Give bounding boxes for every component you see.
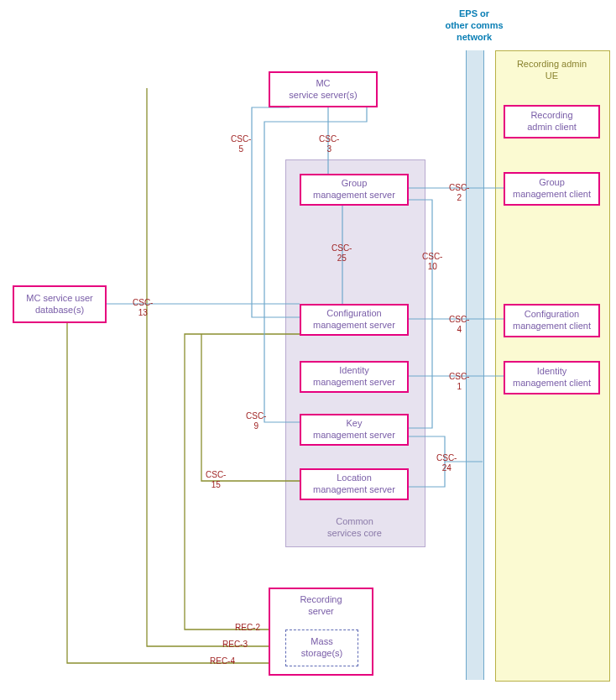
- connector-label-rec4: REC-4: [210, 656, 235, 666]
- location-management-server-node: Locationmanagement server: [300, 468, 409, 500]
- identity-management-server-node: Identitymanagement server: [300, 361, 409, 393]
- connector-label-csc15: CSC-15: [206, 470, 226, 489]
- key-management-server-node: Keymanagement server: [300, 414, 409, 446]
- configuration-management-client-label: Configurationmanagement client: [513, 309, 591, 332]
- mc-service-user-database-label: MC service userdatabase(s): [26, 293, 92, 316]
- group-management-server-label: Groupmanagement server: [313, 178, 395, 201]
- recording-admin-client-label: Recordingadmin client: [527, 110, 577, 133]
- connector-label-csc10: CSC-10: [422, 252, 442, 271]
- mass-storage-node: Massstorage(s): [285, 629, 358, 666]
- recording-server-title: Recordingserver: [270, 594, 372, 618]
- group-management-client-node: Groupmanagement client: [504, 172, 600, 206]
- connector-label-csc1: CSC-1: [449, 372, 469, 391]
- group-management-server-node: Groupmanagement server: [300, 174, 409, 206]
- connector-label-csc3: CSC-3: [319, 134, 339, 154]
- connector-label-csc13: CSC-13: [133, 298, 153, 317]
- recording-admin-client-node: Recordingadmin client: [504, 105, 600, 138]
- key-management-server-label: Keymanagement server: [313, 418, 395, 441]
- connector-label-csc9: CSC-9: [246, 411, 266, 431]
- connector-label-csc5: CSC-5: [231, 134, 251, 154]
- common-services-core-title: Commonservices core: [285, 516, 424, 540]
- mc-service-server-label: MCservice server(s): [289, 78, 357, 102]
- diagram-stage: EPS orother commsnetwork Recording admin…: [0, 0, 616, 700]
- connector-label-csc2: CSC-2: [449, 183, 469, 202]
- group-management-client-label: Groupmanagement client: [513, 177, 591, 201]
- identity-management-client-node: Identitymanagement client: [504, 361, 600, 394]
- connector-label-rec2: REC-2: [235, 623, 260, 633]
- connector-label-csc24: CSC-24: [436, 453, 457, 473]
- connector-label-csc25: CSC-25: [331, 243, 352, 263]
- identity-management-client-label: Identitymanagement client: [513, 366, 591, 389]
- eps-network-band: [466, 50, 484, 680]
- mc-service-server-node: MCservice server(s): [269, 71, 378, 107]
- connector-label-rec3: REC-3: [222, 640, 248, 650]
- recording-server-node: Recordingserver Massstorage(s): [269, 588, 373, 676]
- configuration-management-client-node: Configurationmanagement client: [504, 304, 600, 337]
- connector-label-csc4: CSC-4: [449, 315, 469, 334]
- eps-network-label: EPS orother commsnetwork: [424, 8, 525, 43]
- configuration-management-server-label: Configurationmanagement server: [313, 308, 395, 332]
- mass-storage-label: Massstorage(s): [301, 636, 343, 660]
- configuration-management-server-node: Configurationmanagement server: [300, 304, 409, 336]
- identity-management-server-label: Identitymanagement server: [313, 365, 395, 389]
- recording-admin-ue-title: Recording adminUE: [499, 59, 604, 82]
- location-management-server-label: Locationmanagement server: [313, 473, 395, 496]
- mc-service-user-database-node: MC service userdatabase(s): [13, 285, 107, 323]
